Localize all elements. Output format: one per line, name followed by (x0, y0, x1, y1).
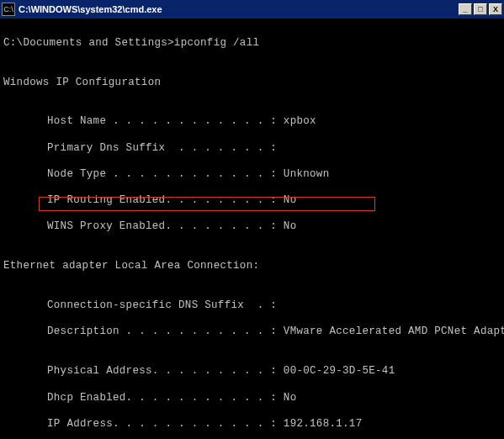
ip-address-line: IP Address. . . . . . . . . . . . : 192.… (3, 418, 501, 431)
prompt-line: C:\Documents and Settings>ipconfig /all (3, 37, 501, 50)
wins-proxy-line: WINS Proxy Enabled. . . . . . . . : No (3, 220, 501, 234)
maximize-button[interactable]: □ (474, 3, 487, 15)
node-type-line: Node Type . . . . . . . . . . . . : Unkn… (3, 168, 501, 182)
primary-dns-line: Primary Dns Suffix . . . . . . . : (3, 142, 501, 156)
window-titlebar: C:\ C:\WINDOWS\system32\cmd.exe _ □ X (0, 0, 504, 19)
window-controls: _ □ X (459, 3, 502, 15)
adapter-header: Ethernet adapter Local Area Connection: (3, 260, 501, 273)
window-title: C:\WINDOWS\system32\cmd.exe (19, 4, 459, 14)
description-line: Description . . . . . . . . . . . : VMwa… (3, 325, 501, 339)
minimize-button[interactable]: _ (459, 3, 472, 15)
conn-dns-line: Connection-specific DNS Suffix . : (3, 299, 501, 313)
dhcp-line: Dhcp Enabled. . . . . . . . . . . : No (3, 392, 501, 405)
ip-routing-line: IP Routing Enabled. . . . . . . . : No (3, 194, 501, 208)
cmd-icon: C:\ (2, 3, 15, 16)
terminal-output: C:\Documents and Settings>ipconfig /all … (0, 19, 504, 439)
host-name-line: Host Name . . . . . . . . . . . . : xpbo… (3, 115, 501, 129)
ip-config-header: Windows IP Configuration (3, 77, 501, 90)
close-button[interactable]: X (489, 3, 502, 15)
physical-addr-line: Physical Address. . . . . . . . . : 00-0… (3, 365, 501, 378)
